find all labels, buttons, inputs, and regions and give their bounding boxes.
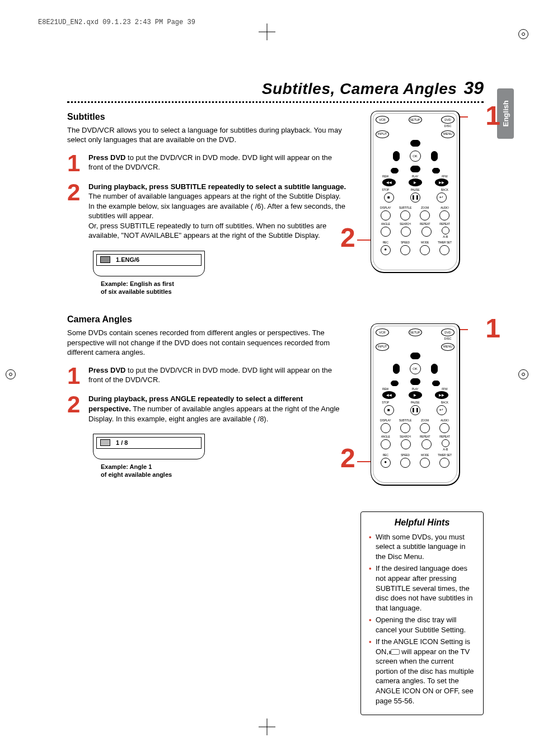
nav-pad[interactable]: OK — [393, 140, 438, 172]
nav-down-icon[interactable] — [410, 378, 420, 385]
ffw-label: FFW — [435, 175, 455, 179]
callout-1-icon: 1 — [485, 105, 500, 126]
display-button[interactable] — [381, 423, 391, 433]
input-button[interactable]: INPUT — [376, 130, 389, 138]
repeat-label: REPEAT — [415, 222, 435, 226]
nav-down-icon[interactable] — [410, 166, 420, 172]
rew-button[interactable]: ◀◀ — [382, 179, 396, 186]
display-label: DISPLAY — [376, 206, 395, 210]
ffw-button[interactable]: ▶▶ — [435, 391, 448, 399]
nav-up-icon[interactable] — [410, 353, 420, 359]
ab-label: A-B — [443, 235, 448, 239]
repeat-ab-button[interactable] — [442, 227, 449, 234]
subtitle-osd-example: 1.ENG/6 — [93, 251, 205, 276]
timerset-label: TIMER SET — [435, 453, 455, 457]
vcr-button[interactable]: VCR — [376, 328, 389, 336]
display-label: DISPLAY — [376, 419, 395, 422]
speed-button[interactable] — [400, 458, 410, 468]
angle-osd-icon — [100, 439, 110, 446]
repeat-ab-label: REPEAT — [435, 435, 455, 439]
search-button[interactable] — [401, 439, 411, 449]
hint-item: With some DVDs, you must select a subtit… — [368, 532, 476, 562]
menu-button[interactable]: MENU — [441, 130, 455, 138]
subtitle-button[interactable] — [400, 423, 410, 433]
ok-button[interactable]: OK — [410, 363, 421, 374]
skip-fwd-icon[interactable] — [432, 381, 440, 386]
disc-label: DISC — [444, 124, 451, 128]
nav-left-icon[interactable] — [393, 364, 400, 374]
stop-button[interactable]: ■ — [384, 192, 394, 203]
play-button[interactable]: ▶ — [409, 391, 422, 399]
search-button[interactable] — [401, 227, 411, 237]
back-button[interactable]: ↩ — [437, 192, 447, 203]
pause-button[interactable]: ❚❚ — [410, 405, 420, 415]
subtitles-step-2: 2 During playback, press SUBTITLE repeat… — [67, 182, 347, 241]
angle-label: ANGLE — [376, 222, 395, 226]
skip-back-icon[interactable] — [391, 381, 399, 386]
stop-button[interactable]: ■ — [384, 405, 394, 415]
vcr-button[interactable]: VCR — [376, 116, 389, 124]
display-button[interactable] — [381, 210, 391, 220]
dvd-button[interactable]: DVD — [441, 116, 455, 124]
setup-button[interactable]: SETUP — [409, 116, 422, 124]
input-button[interactable]: INPUT — [376, 343, 389, 351]
dvd-button[interactable]: DVD — [441, 328, 455, 336]
step-bold: Press DVD — [88, 366, 125, 374]
back-button[interactable]: ↩ — [437, 405, 447, 415]
nav-right-icon[interactable] — [431, 364, 438, 374]
callout-2-icon: 2 — [340, 448, 355, 469]
file-header: E8E21UD_EN2.qxd 09.1.23 2:43 PM Page 39 — [38, 18, 195, 27]
repeat-button[interactable] — [421, 227, 432, 237]
registration-mark — [6, 369, 16, 379]
audio-button[interactable] — [439, 423, 449, 433]
skip-fwd-icon[interactable] — [432, 168, 440, 173]
rew-button[interactable]: ◀◀ — [382, 391, 396, 399]
angles-heading: Camera Angles — [67, 313, 347, 326]
angle-osd-value: 1 / 8 — [116, 439, 128, 447]
setup-button[interactable]: SETUP — [409, 328, 422, 336]
speed-button[interactable] — [400, 245, 410, 255]
zoom-label: ZOOM — [415, 419, 435, 422]
repeat-button[interactable] — [421, 439, 432, 449]
step-number-icon: 2 — [67, 394, 83, 424]
hint-item: Opening the disc tray will cancel your S… — [368, 615, 476, 635]
pause-label: PAUSE — [405, 401, 425, 405]
crop-mark-top — [262, 27, 272, 37]
nav-pad[interactable]: OK — [393, 353, 438, 385]
skip-back-icon[interactable] — [391, 168, 399, 173]
zoom-button[interactable] — [420, 210, 430, 220]
timerset-button[interactable] — [439, 458, 449, 468]
pause-label: PAUSE — [405, 188, 425, 192]
nav-left-icon[interactable] — [393, 151, 400, 161]
registration-mark — [518, 369, 528, 379]
subtitles-intro: The DVD/VCR allows you to select a langu… — [67, 125, 347, 145]
timerset-button[interactable] — [439, 245, 449, 255]
page-title: Subtitles, Camera Angles — [262, 78, 457, 100]
audio-button[interactable] — [439, 210, 449, 220]
angle-button[interactable] — [381, 439, 391, 449]
repeat-ab-button[interactable] — [442, 439, 449, 447]
menu-button[interactable]: MENU — [441, 343, 455, 351]
registration-mark — [518, 29, 528, 39]
step-text: The number of available languages appear… — [88, 192, 345, 240]
stop-label: STOP — [376, 401, 395, 405]
rec-button[interactable]: ● — [381, 245, 391, 255]
camera-angle-icon — [391, 649, 400, 655]
nav-up-icon[interactable] — [410, 140, 420, 147]
nav-right-icon[interactable] — [431, 151, 438, 161]
remote-diagram-angles: 1 2 VCR SETUP DVDDISC INPUT MENU — [360, 323, 484, 491]
subtitle-button[interactable] — [400, 210, 410, 220]
pause-button[interactable]: ❚❚ — [410, 192, 420, 203]
remote-diagram-subtitles: 1 2 VCR SETUP DVDDISC INPUT MENU — [360, 111, 484, 279]
mode-button[interactable] — [420, 245, 430, 255]
play-label: PLAY — [405, 387, 425, 391]
angle-button[interactable] — [381, 227, 391, 237]
crop-mark-bottom — [262, 722, 272, 732]
ok-button[interactable]: OK — [410, 151, 421, 162]
mode-button[interactable] — [420, 458, 430, 468]
ffw-button[interactable]: ▶▶ — [435, 179, 448, 186]
zoom-button[interactable] — [420, 423, 430, 433]
rec-button[interactable]: ● — [381, 458, 391, 468]
play-button[interactable]: ▶ — [409, 179, 422, 186]
step-bold: During playback, press SUBTITLE repeated… — [88, 182, 346, 191]
